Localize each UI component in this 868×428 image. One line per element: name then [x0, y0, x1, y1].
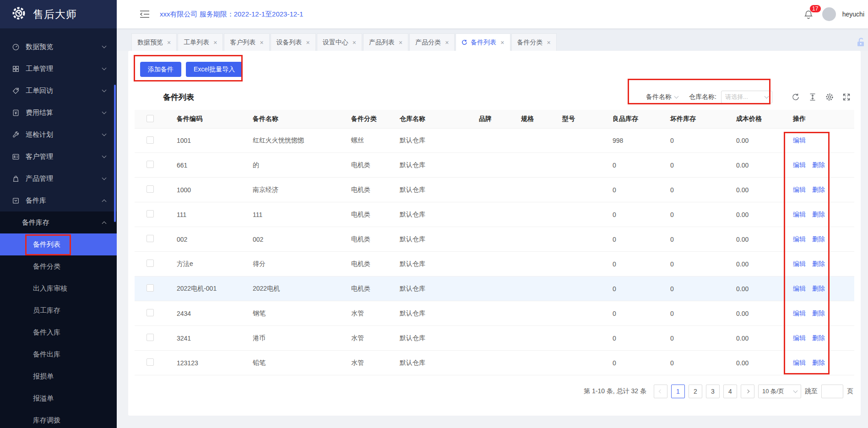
- sidebar-scrollbar-thumb[interactable]: [114, 85, 116, 222]
- sidebar-item[interactable]: 费用结算: [0, 102, 117, 124]
- row-checkbox[interactable]: [146, 284, 154, 292]
- page-size-select[interactable]: 10 条/页: [758, 385, 801, 398]
- tab-item[interactable]: 工单列表×: [178, 33, 223, 51]
- avatar[interactable]: [822, 7, 836, 21]
- sidebar-subitem-label: 备件列表: [33, 240, 60, 249]
- delete-link[interactable]: 删除: [812, 186, 825, 193]
- sidebar-item[interactable]: 产品管理: [0, 168, 117, 190]
- sidebar-subitem[interactable]: 备件出库: [0, 343, 117, 365]
- excel-import-button[interactable]: Excel批量导入: [186, 62, 243, 77]
- warehouse-select[interactable]: 请选择...: [721, 91, 772, 103]
- row-checkbox[interactable]: [146, 161, 154, 168]
- add-part-button[interactable]: 添加备件: [140, 62, 181, 77]
- page-button[interactable]: 3: [706, 385, 720, 398]
- topbar: xxx有限公司 服务期限：2022-12-1至2023-12-1 17 heyu…: [117, 0, 868, 28]
- cell-warehouse: 默认仓库: [394, 136, 473, 145]
- row-checkbox[interactable]: [146, 185, 154, 193]
- jump-page-input[interactable]: [821, 385, 843, 398]
- delete-link[interactable]: 删除: [812, 359, 825, 366]
- tab-item[interactable]: 产品分类×: [409, 33, 455, 51]
- edit-link[interactable]: 编辑: [793, 285, 806, 292]
- edit-link[interactable]: 编辑: [793, 211, 806, 218]
- page-button[interactable]: 4: [723, 385, 737, 398]
- sidebar-subitem[interactable]: 出入库审核: [0, 277, 117, 299]
- edit-link[interactable]: 编辑: [793, 186, 806, 193]
- cell-name: 红红火火恍恍惚惚: [247, 136, 346, 145]
- row-checkbox[interactable]: [146, 235, 154, 242]
- cell-bad-stock: 0: [665, 310, 731, 317]
- sidebar-subitem[interactable]: 报溢单: [0, 387, 117, 409]
- row-checkbox[interactable]: [146, 210, 154, 217]
- tab-item[interactable]: 客户列表×: [224, 33, 269, 51]
- sidebar-group-parts-stock[interactable]: 备件库存: [0, 211, 117, 233]
- sidebar-item[interactable]: 巡检计划: [0, 124, 117, 146]
- close-icon[interactable]: ×: [353, 39, 356, 46]
- edit-link[interactable]: 编辑: [793, 359, 806, 366]
- cell-bad-stock: 0: [665, 236, 731, 243]
- row-checkbox[interactable]: [146, 260, 154, 267]
- delete-link[interactable]: 删除: [812, 285, 825, 292]
- row-checkbox[interactable]: [146, 136, 154, 144]
- close-icon[interactable]: ×: [260, 39, 263, 46]
- sidebar-item[interactable]: 工单管理: [0, 58, 117, 80]
- row-checkbox[interactable]: [146, 334, 154, 341]
- menu-fold-icon[interactable]: [140, 10, 150, 18]
- select-all-checkbox[interactable]: [146, 115, 154, 122]
- edit-link[interactable]: 编辑: [793, 136, 806, 144]
- edit-link[interactable]: 编辑: [793, 334, 806, 341]
- close-icon[interactable]: ×: [500, 39, 504, 46]
- fullscreen-icon[interactable]: [842, 93, 851, 101]
- sidebar-subitem-label: 报损单: [33, 372, 54, 381]
- row-checkbox[interactable]: [146, 309, 154, 316]
- close-icon[interactable]: ×: [445, 39, 449, 46]
- tab-label: 工单列表: [184, 38, 209, 47]
- sidebar-item[interactable]: 客户管理: [0, 146, 117, 168]
- edit-link[interactable]: 编辑: [793, 309, 806, 317]
- sidebar-item[interactable]: 备件库: [0, 190, 117, 211]
- sidebar-subitem[interactable]: 备件入库: [0, 321, 117, 343]
- tab-item[interactable]: 设置中心×: [317, 33, 362, 51]
- cell-category: 水管: [346, 359, 394, 367]
- close-icon[interactable]: ×: [399, 39, 402, 46]
- sidebar-item[interactable]: 工单回访: [0, 80, 117, 102]
- notification-bell-icon[interactable]: 17: [804, 8, 816, 20]
- prev-page-button[interactable]: [654, 385, 667, 398]
- row-density-icon[interactable]: [808, 93, 817, 101]
- gear-icon[interactable]: [825, 93, 834, 101]
- sidebar-subitem[interactable]: 备件列表: [0, 233, 117, 255]
- edit-link[interactable]: 编辑: [793, 161, 806, 168]
- delete-link[interactable]: 删除: [812, 161, 825, 168]
- sidebar-subitem[interactable]: 员工库存: [0, 299, 117, 321]
- close-icon[interactable]: ×: [167, 39, 171, 46]
- tab-item[interactable]: 备件分类×: [511, 33, 557, 51]
- delete-link[interactable]: 删除: [812, 235, 825, 243]
- tab-item[interactable]: 产品列表×: [363, 33, 408, 51]
- cell-good-stock: 0: [607, 236, 665, 243]
- unlock-icon[interactable]: [856, 37, 865, 47]
- sidebar-subitem[interactable]: 库存调拨: [0, 409, 117, 428]
- table-row: 2022电机-0012022电机电机类默认仓库000.00编辑删除: [135, 276, 854, 301]
- next-page-button[interactable]: [741, 385, 754, 398]
- close-icon[interactable]: ×: [306, 39, 310, 46]
- tab-item[interactable]: 设备列表×: [271, 33, 316, 51]
- tab-active[interactable]: 备件列表×: [456, 33, 510, 51]
- field-selector-dropdown[interactable]: 备件名称: [646, 93, 678, 101]
- column-header: 备件编码: [171, 115, 247, 123]
- row-checkbox[interactable]: [146, 358, 154, 366]
- refresh-icon[interactable]: [792, 93, 800, 101]
- close-icon[interactable]: ×: [547, 39, 551, 46]
- close-icon[interactable]: ×: [213, 39, 217, 46]
- edit-link[interactable]: 编辑: [793, 235, 806, 243]
- sidebar-subitem[interactable]: 备件分类: [0, 255, 117, 277]
- edit-link[interactable]: 编辑: [793, 260, 806, 267]
- delete-link[interactable]: 删除: [812, 260, 825, 267]
- delete-link[interactable]: 删除: [812, 309, 825, 317]
- tab-item[interactable]: 数据预览×: [131, 33, 177, 51]
- sidebar-item[interactable]: 数据预览: [0, 36, 117, 58]
- sidebar-subitem[interactable]: 报损单: [0, 365, 117, 387]
- page-button[interactable]: 1: [671, 385, 685, 398]
- delete-link[interactable]: 删除: [812, 211, 825, 218]
- sidebar-subitem-label: 备件入库: [33, 328, 60, 337]
- delete-link[interactable]: 删除: [812, 334, 825, 341]
- page-button[interactable]: 2: [689, 385, 702, 398]
